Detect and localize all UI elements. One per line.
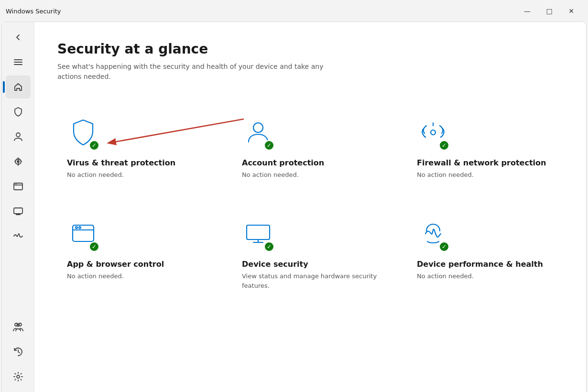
- card-status-account: No action needed.: [242, 170, 379, 180]
- svg-point-14: [431, 130, 436, 135]
- card-status-browser: No action needed.: [67, 272, 204, 281]
- sidebar-item-health[interactable]: [6, 225, 31, 248]
- card-title-browser: App & browser control: [67, 260, 204, 270]
- account-check-badge: [264, 140, 274, 151]
- svg-point-9: [17, 324, 19, 327]
- card-icon-wrap-account: [242, 116, 274, 151]
- card-icon-wrap-browser: [67, 218, 99, 252]
- sidebar-item-browser[interactable]: [6, 175, 31, 198]
- card-icon-wrap-performance: [417, 218, 449, 252]
- titlebar: Windows Security — □ ✕: [0, 0, 588, 22]
- card-title-account: Account protection: [242, 158, 379, 168]
- svg-rect-18: [247, 225, 270, 240]
- card-title-firewall: Firewall & network protection: [417, 158, 554, 168]
- card-status-virus: No action needed.: [67, 170, 204, 180]
- card-performance-health[interactable]: Device performance & health No action ne…: [407, 206, 563, 302]
- app-layout: Security at a glance See what's happenin…: [2, 22, 586, 392]
- svg-point-0: [16, 133, 20, 137]
- card-icon-wrap-firewall: [417, 116, 449, 151]
- browser-check-badge: [89, 241, 99, 252]
- sidebar-back-button[interactable]: [6, 26, 31, 49]
- sidebar-item-shield[interactable]: [6, 100, 31, 123]
- card-browser-control[interactable]: App & browser control No action needed.: [57, 206, 213, 302]
- maximize-button[interactable]: □: [538, 3, 560, 19]
- card-virus-protection[interactable]: Virus & threat protection No action need…: [57, 105, 213, 191]
- cards-grid-wrapper: Virus & threat protection No action need…: [57, 105, 563, 302]
- card-device-security[interactable]: Device security View status and manage h…: [232, 206, 388, 302]
- window-title: Windows Security: [6, 8, 516, 15]
- sidebar-menu-button[interactable]: [6, 51, 31, 74]
- minimize-button[interactable]: —: [516, 3, 538, 19]
- card-status-performance: No action needed.: [417, 272, 554, 281]
- cards-grid: Virus & threat protection No action need…: [57, 105, 563, 302]
- virus-check-badge: [89, 140, 99, 151]
- svg-point-17: [79, 227, 81, 229]
- firewall-check-badge: [439, 140, 449, 151]
- device-check-badge: [264, 241, 274, 252]
- svg-point-10: [17, 375, 20, 378]
- card-firewall[interactable]: Firewall & network protection No action …: [407, 105, 563, 191]
- card-account-protection[interactable]: Account protection No action needed.: [232, 105, 388, 191]
- main-content: Security at a glance See what's happenin…: [34, 22, 586, 392]
- card-status-device: View status and manage hardware security…: [242, 272, 379, 290]
- svg-rect-6: [14, 208, 22, 214]
- sidebar-item-device[interactable]: [6, 200, 31, 223]
- sidebar-item-firewall[interactable]: [6, 150, 31, 173]
- svg-point-4: [15, 184, 16, 185]
- sidebar-item-home[interactable]: [6, 76, 31, 98]
- svg-point-5: [16, 184, 17, 185]
- titlebar-controls: — □ ✕: [516, 3, 582, 19]
- page-title: Security at a glance: [57, 41, 563, 57]
- sidebar-item-family[interactable]: [6, 316, 31, 338]
- card-icon-wrap-device: [242, 218, 274, 252]
- sidebar-item-history[interactable]: [6, 340, 31, 363]
- page-subtitle: See what's happening with the security a…: [57, 62, 335, 82]
- card-title-performance: Device performance & health: [417, 260, 554, 270]
- sidebar: [2, 22, 34, 392]
- svg-point-13: [253, 123, 263, 132]
- performance-check-badge: [439, 241, 449, 252]
- card-title-virus: Virus & threat protection: [67, 158, 204, 168]
- card-icon-wrap-virus: [67, 116, 99, 151]
- svg-point-16: [76, 227, 77, 229]
- card-status-firewall: No action needed.: [417, 170, 554, 180]
- close-button[interactable]: ✕: [560, 3, 582, 19]
- card-title-device: Device security: [242, 260, 379, 270]
- sidebar-item-settings[interactable]: [6, 365, 31, 388]
- sidebar-item-account[interactable]: [6, 125, 31, 148]
